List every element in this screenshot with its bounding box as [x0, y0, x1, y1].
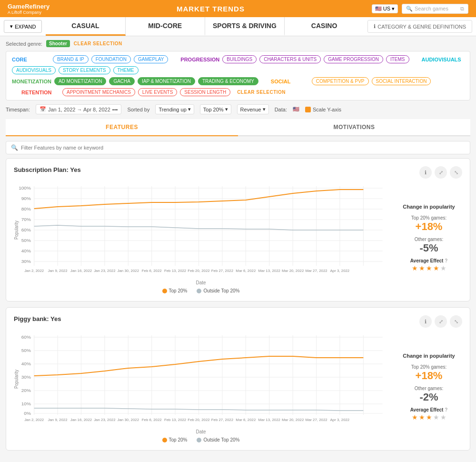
data-label: Data: — [275, 107, 287, 112]
tag-iap-monetization[interactable]: IAP & MONETIZATION — [138, 77, 195, 85]
tab-features[interactable]: FEATURES — [6, 119, 238, 136]
star2-2: ★ — [419, 413, 425, 421]
logo: GameRefinery A Liftoff Company — [8, 3, 50, 15]
legend-dot-orange-2 — [162, 438, 167, 442]
tab-sports[interactable]: SPORTS & DRIVING — [205, 17, 285, 36]
stars-2: ★ ★ ★ ★ ★ — [410, 413, 448, 421]
svg-text:Mar 6, 2022: Mar 6, 2022 — [236, 418, 256, 422]
star-1: ★ — [412, 264, 418, 272]
chevron-down-icon: ▾ — [263, 106, 266, 112]
section-label-monetization: MONETIZATION — [12, 79, 51, 84]
sorted-by-select[interactable]: Trending up ▾ — [155, 104, 194, 114]
tab-motivations[interactable]: MOTIVATIONS — [238, 119, 470, 135]
tag-session-length[interactable]: SESSION LENGTH — [180, 88, 230, 96]
chart-svg-2: 60% 50% 40% 30% 20% 10% 0% — [14, 331, 388, 442]
chart-header-2: Piggy bank: Yes ℹ ⤢ ⤡ — [14, 315, 462, 328]
svg-text:Feb 6, 2022: Feb 6, 2022 — [142, 269, 162, 272]
tag-story-elements[interactable]: STORY ELEMENTS — [59, 66, 110, 74]
tag-ad-monetization[interactable]: AD MONETIZATION — [54, 77, 106, 85]
tag-items[interactable]: ITEMS — [386, 55, 409, 63]
svg-text:Feb 20, 2022: Feb 20, 2022 — [188, 269, 209, 272]
chevron-down-icon: ▾ — [392, 6, 395, 12]
clear-selection-link[interactable]: CLEAR SELECTION — [74, 41, 122, 46]
tag-trading-economy[interactable]: TRADING & ECONOMY — [198, 77, 258, 85]
external-link-icon: ⧉ — [460, 6, 464, 12]
svg-text:Jan 16, 2022: Jan 16, 2022 — [70, 269, 92, 272]
chart-action-icons-2: ℹ ⤢ ⤡ — [419, 315, 462, 328]
region-button[interactable]: 🇺🇸 US ▾ — [372, 4, 398, 13]
category-definitions-button[interactable]: ℹ CATEGORY & GENRE DEFINITIONS — [367, 20, 472, 33]
chart-stats-1: Change in popularity Top 20% games: +18%… — [396, 182, 462, 293]
timespan-label: Timespan: — [6, 107, 30, 112]
svg-text:40%: 40% — [21, 362, 31, 366]
top-pct-select[interactable]: Top 20% ▾ — [200, 104, 231, 114]
filter-input[interactable] — [21, 145, 465, 151]
search-box[interactable]: 🔍 Search games ⧉ — [402, 4, 468, 14]
chart-x-label-2: Date — [14, 429, 388, 434]
chart-expand-button-2[interactable]: ⤡ — [450, 315, 462, 328]
tag-live-events[interactable]: LIVE EVENTS — [138, 88, 177, 96]
svg-text:90%: 90% — [21, 196, 31, 201]
main-content: Selected genre: Shooter CLEAR SELECTION … — [0, 36, 476, 460]
tab-casino[interactable]: CASINO — [285, 17, 364, 36]
tag-appointment-mechanics[interactable]: APPOINTMENT MECHANICS — [62, 88, 135, 96]
filter-icon: 🔍 — [11, 144, 18, 151]
tag-brand-ip[interactable]: BRAND & IP — [53, 55, 89, 63]
svg-text:Apr 3, 2022: Apr 3, 2022 — [330, 418, 350, 422]
tag-characters-units[interactable]: CHARACTERS & UNITS — [259, 55, 321, 63]
tag-game-progression[interactable]: GAME PROGRESSION — [324, 55, 383, 63]
svg-text:30%: 30% — [21, 375, 31, 380]
chart-title-1: Subscription Plan: Yes — [14, 166, 81, 173]
section-label-social: SOCIAL — [271, 79, 309, 84]
chart-legend-1: Top 20% Outside Top 20% — [14, 288, 388, 293]
tag-social-interaction[interactable]: SOCIAL INTERACTION — [372, 77, 431, 85]
chart-title-2: Piggy bank: Yes — [14, 315, 61, 322]
chart-card-1: Subscription Plan: Yes ℹ ⤢ ⤡ 100% 90% 80… — [6, 158, 470, 301]
section-label-retention: RETENTION — [21, 90, 60, 95]
tag-audiovisuals[interactable]: AUDIOVISUALS — [12, 66, 56, 74]
help-icon-1: ? — [445, 258, 447, 263]
controls-row: Timespan: 📅 Jan 1, 2022 → Apr 8, 2022 ••… — [6, 104, 470, 114]
tag-gameplay[interactable]: GAMEPLAY — [134, 55, 168, 63]
chart-info-button-2[interactable]: ℹ — [419, 315, 432, 328]
tag-buildings[interactable]: BUILDINGS — [222, 55, 257, 63]
chart-card-2: Piggy bank: Yes ℹ ⤢ ⤡ 60% 50% 40% 30% 20… — [6, 307, 470, 451]
svg-text:30%: 30% — [21, 259, 31, 264]
expand-button[interactable]: ▾ EXPAND — [4, 20, 42, 33]
header-right: 🇺🇸 US ▾ 🔍 Search games ⧉ — [372, 4, 468, 14]
tag-gacha[interactable]: GACHA — [109, 77, 135, 85]
star-2: ★ — [419, 264, 425, 272]
tab-midcore[interactable]: MID-CORE — [126, 17, 205, 36]
section-label-audiovisuals: AUDIOVISUALS — [422, 57, 461, 62]
section-label-core: CORE — [12, 57, 50, 62]
date-range-picker[interactable]: 📅 Jan 1, 2022 → Apr 8, 2022 ••• — [36, 104, 121, 114]
tag-foundation[interactable]: FOUNDATION — [91, 55, 131, 63]
svg-text:Feb 27, 2022: Feb 27, 2022 — [211, 418, 233, 422]
chart-info-button-1[interactable]: ℹ — [419, 166, 432, 179]
revenue-select[interactable]: Revenue ▾ — [237, 104, 269, 114]
category-tabs: CASUAL MID-CORE SPORTS & DRIVING CASINO — [46, 17, 364, 36]
chart-share-button-1[interactable]: ⤢ — [435, 166, 447, 179]
stars-1: ★ ★ ★ ★ ★ — [410, 264, 448, 272]
genre-badge[interactable]: Shooter — [46, 40, 70, 47]
chart-area-1: 100% 90% 80% 70% 60% 50% 40% 30% — [14, 182, 462, 293]
tag-theme[interactable]: THEME — [113, 66, 139, 74]
sorted-by-label: Sorted by — [127, 107, 149, 112]
tag-competition-pvp[interactable]: COMPETITION & PVP — [312, 77, 369, 85]
calendar-icon: 📅 — [40, 106, 46, 112]
chart-header-1: Subscription Plan: Yes ℹ ⤢ ⤡ — [14, 166, 462, 179]
legend-dot-gray-2 — [197, 438, 201, 442]
scale-y-checkbox[interactable]: Scale Y-axis — [305, 107, 341, 112]
svg-text:Jan 2, 2022: Jan 2, 2022 — [24, 269, 44, 272]
tab-casual[interactable]: CASUAL — [46, 17, 125, 36]
chart-expand-button-1[interactable]: ⤡ — [450, 166, 462, 179]
chart-share-button-2[interactable]: ⤢ — [435, 315, 447, 328]
chart-svg-1: 100% 90% 80% 70% 60% 50% 40% 30% — [14, 182, 388, 293]
genre-row: Selected genre: Shooter CLEAR SELECTION — [6, 40, 470, 47]
filter-bar: 🔍 — [6, 141, 470, 154]
other-stat-1: Other games: -5% — [415, 237, 444, 254]
retention-clear-link[interactable]: CLEAR SELECTION — [237, 90, 286, 95]
header: GameRefinery A Liftoff Company MARKET TR… — [0, 0, 476, 17]
svg-text:Jan 23, 2022: Jan 23, 2022 — [94, 418, 115, 422]
avg-effect-1: Average Effect ? ★ ★ ★ ★ ★ — [410, 258, 448, 272]
